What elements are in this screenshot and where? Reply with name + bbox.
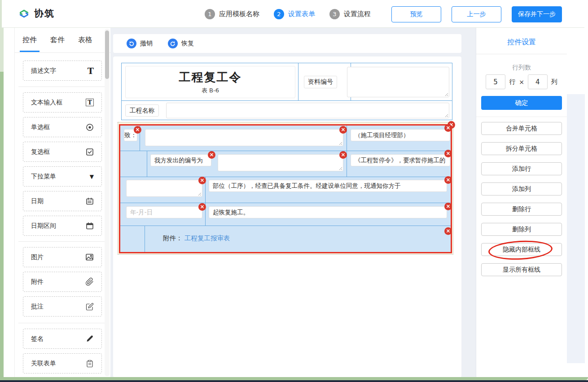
project-name-textarea[interactable]: [166, 103, 449, 118]
attachment-control[interactable]: 附件： 工程复工报审表: [163, 234, 230, 243]
issued-no-textarea[interactable]: [218, 154, 343, 171]
palette-item-label: 复选框: [31, 148, 50, 156]
step-3: 3 设置流程: [329, 9, 371, 19]
form-title: 工程复工令: [179, 69, 242, 85]
remove-control-icon[interactable]: ×: [208, 151, 215, 159]
remove-control-icon[interactable]: ×: [444, 203, 452, 210]
palette-divider: [18, 87, 106, 87]
show-all-borders-button[interactable]: 显示所有框线: [481, 263, 562, 276]
panel-gutter: [567, 94, 585, 363]
doc-no-textarea[interactable]: [347, 67, 449, 97]
checkbox-icon: [86, 148, 94, 156]
image-icon: [85, 253, 94, 261]
add-row-button[interactable]: 添加行: [481, 162, 562, 175]
cols-input[interactable]: [528, 74, 548, 89]
remove-control-icon[interactable]: ×: [134, 126, 141, 134]
text-icon: T: [88, 66, 94, 76]
signature-pen-icon: [86, 335, 94, 343]
resume-date-input[interactable]: 年-月-日: [126, 206, 202, 218]
section-textarea[interactable]: [126, 180, 202, 197]
hide-inner-borders-button[interactable]: 隐藏内部框线: [481, 243, 562, 256]
palette-item-description-text[interactable]: 描述文字 T: [23, 61, 102, 81]
confirm-button[interactable]: 确定: [481, 96, 562, 110]
grid-size-row: 行 × 列: [476, 74, 567, 89]
project-name-row: 工程名称: [122, 101, 452, 120]
delete-column-button[interactable]: 删除列: [481, 223, 562, 236]
step-2: 2 设置表单: [274, 9, 315, 19]
rows-input[interactable]: [486, 74, 505, 89]
save-next-button[interactable]: 保存并下一步: [512, 6, 562, 22]
palette-item-label: 日期区间: [31, 222, 56, 230]
remove-control-icon[interactable]: ×: [444, 124, 452, 132]
stop-order-suffix-control[interactable]: 《工程暂停令》，要求暂停施工的: [351, 154, 450, 166]
palette-item-dropdown[interactable]: 下拉菜单 ▼: [23, 166, 102, 187]
remove-control-icon[interactable]: ×: [444, 176, 452, 184]
palette-item-date[interactable]: 日期: [23, 191, 102, 211]
palette-item-radio[interactable]: 单选框: [23, 117, 102, 137]
table-row: 致： × × （施工项目经理部） ×: [120, 126, 451, 151]
selected-widget-wrapper: × 致： × × （施工项目经理部） ×: [118, 122, 453, 255]
previous-step-button[interactable]: 上一步: [452, 6, 501, 22]
palette-tabs: 控件 套件 表格: [15, 28, 110, 53]
palette-item-attachment[interactable]: 附件: [23, 272, 102, 292]
app-header: 协筑 1 应用模板名称 2 设置表单 3 设置流程 预览 上一步 保存并下一步: [2, 0, 584, 28]
palette-item-label: 图片: [31, 253, 44, 261]
split-cells-button[interactable]: 拆分单元格: [481, 142, 562, 155]
attachment-link[interactable]: 工程复工报审表: [184, 234, 230, 242]
sidebar-scrollbar-thumb[interactable]: [105, 30, 109, 79]
logo-text: 协筑: [34, 7, 55, 20]
tab-kits[interactable]: 套件: [49, 28, 66, 52]
issued-no-label-control[interactable]: 我方发出的编号为: [150, 154, 211, 166]
merge-cells-button[interactable]: 合并单元格: [481, 122, 562, 135]
table-cell: 年-月-日 ×: [120, 203, 206, 226]
palette-item-text-input[interactable]: 文本输入框 T: [23, 92, 102, 113]
tab-tables[interactable]: 表格: [77, 28, 93, 52]
remove-control-icon[interactable]: ×: [444, 227, 452, 235]
table-cell: ×: [120, 177, 206, 203]
doc-no-label[interactable]: 资料编号: [304, 76, 337, 88]
sidebar-scrollbar-track[interactable]: [105, 29, 110, 376]
step-2-number: 2: [274, 9, 284, 19]
palette-item-annotation[interactable]: 批注: [23, 296, 102, 317]
control-palette: 控件 套件 表格 描述文字 T 文本输入框 T 单选框 复选框 下拉菜单 ▼ 日…: [15, 28, 110, 377]
selected-table[interactable]: × 致： × × （施工项目经理部） ×: [119, 124, 452, 253]
remove-control-icon[interactable]: ×: [198, 203, 206, 211]
undo-button[interactable]: 撤销: [127, 39, 153, 48]
window-edge-bottom: [0, 377, 588, 380]
tab-controls[interactable]: 控件: [22, 28, 38, 52]
palette-item-signature[interactable]: 签名: [23, 329, 102, 349]
palette-item-label: 关联表单: [31, 360, 56, 368]
calendar-range-icon: [86, 222, 94, 230]
remove-control-icon[interactable]: ×: [198, 177, 206, 184]
step-3-number: 3: [329, 9, 340, 19]
remove-control-icon[interactable]: ×: [444, 150, 452, 157]
step-3-label: 设置流程: [344, 10, 371, 18]
project-name-label[interactable]: 工程名称: [125, 104, 159, 117]
table-cell: [120, 226, 145, 252]
control-settings-panel: 控件设置 行列数 行 × 列 确定 合并单元格 拆分单元格 添加行 添加列 删除…: [476, 28, 584, 378]
remove-control-icon[interactable]: ×: [339, 151, 347, 159]
to-suffix-control[interactable]: （施工项目经理部）: [351, 129, 450, 141]
window-edge-right: [0, 0, 4, 378]
delete-row-button[interactable]: 删除行: [481, 203, 562, 216]
table-cell: 致： ×: [120, 126, 140, 151]
undo-icon: [127, 39, 136, 48]
redo-button[interactable]: 恢复: [168, 39, 194, 48]
undo-label: 撤销: [140, 39, 153, 48]
palette-item-image[interactable]: 图片: [23, 247, 102, 267]
palette-item-checkbox[interactable]: 复选框: [23, 142, 102, 162]
table-row: 附件： 工程复工报审表 ×: [120, 226, 451, 252]
table-cell: 部位（工序），经查已具备复工条件。经建设单位同意，现通知你方于 ×: [206, 177, 451, 203]
recipient-textarea[interactable]: [145, 129, 343, 146]
remove-control-icon[interactable]: ×: [339, 126, 347, 134]
form-title-control[interactable]: 工程复工令 表 B-6: [125, 66, 295, 98]
resume-end-control[interactable]: 起恢复施工。: [209, 206, 447, 218]
palette-item-linked-form[interactable]: 关联表单: [23, 353, 102, 373]
preview-button[interactable]: 预览: [391, 6, 441, 22]
resume-condition-control[interactable]: 部位（工序），经查已具备复工条件。经建设单位同意，现通知你方于: [209, 180, 447, 192]
add-column-button[interactable]: 添加列: [481, 182, 562, 195]
table-cell: [120, 151, 147, 177]
form-title-row: 工程复工令 表 B-6 资料编号: [122, 63, 452, 101]
palette-item-date-range[interactable]: 日期区间: [23, 216, 102, 236]
logo-icon: [18, 8, 30, 20]
